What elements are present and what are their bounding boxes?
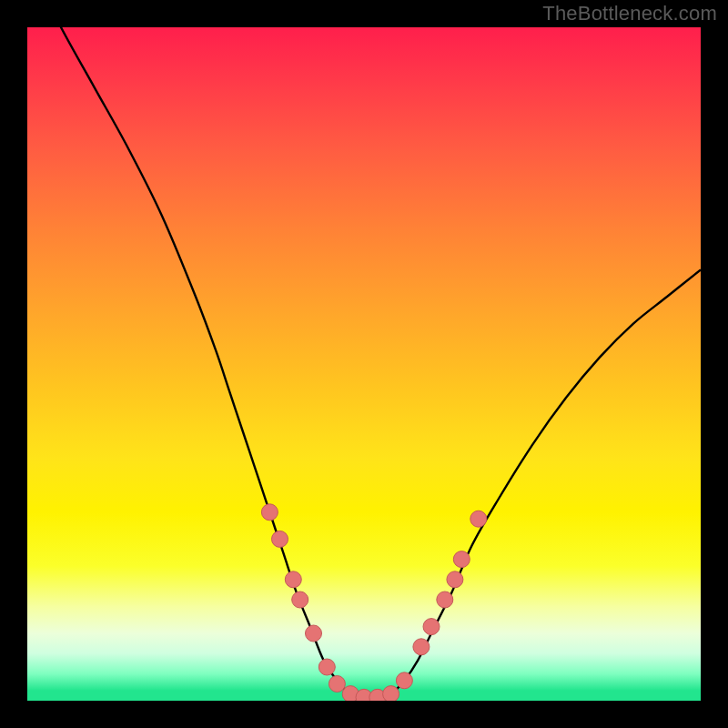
watermark-text: TheBottleneck.com <box>542 2 717 25</box>
plot-area <box>27 27 701 701</box>
marker-dot <box>318 659 335 675</box>
marker-dot <box>329 676 345 693</box>
marker-dot <box>383 686 399 701</box>
marker-dot <box>272 531 288 547</box>
outer-frame: TheBottleneck.com <box>0 0 728 728</box>
marker-dot <box>285 571 301 588</box>
marker-dot <box>453 551 470 568</box>
bottleneck-curve <box>27 27 701 698</box>
marker-dot <box>292 592 308 608</box>
marker-group <box>261 504 486 701</box>
marker-dot <box>396 672 412 689</box>
marker-dot <box>306 625 322 642</box>
marker-dot <box>261 504 278 521</box>
marker-dot <box>413 639 430 655</box>
marker-dot <box>437 592 453 608</box>
marker-dot <box>470 511 487 527</box>
marker-dot <box>423 619 440 635</box>
chart-svg <box>27 27 701 701</box>
marker-dot <box>447 571 463 588</box>
